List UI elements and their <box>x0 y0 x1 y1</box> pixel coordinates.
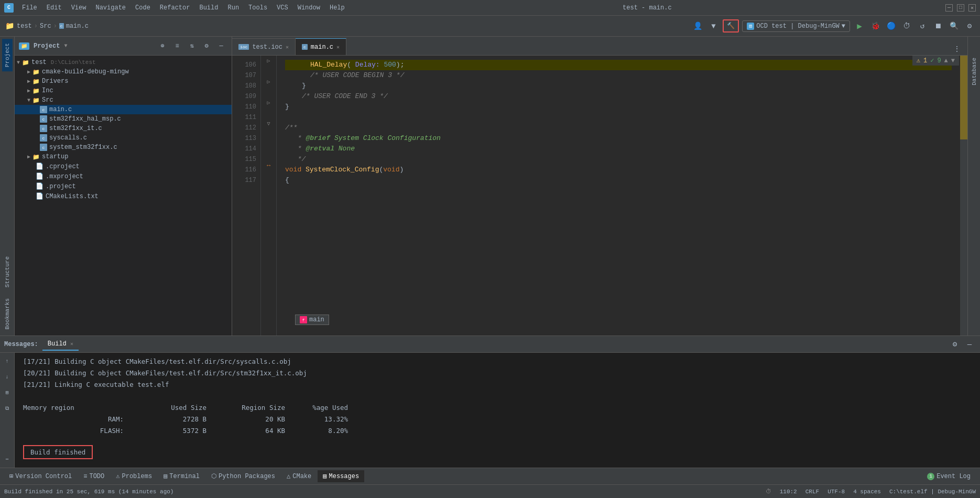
database-label[interactable]: Database <box>971 58 977 85</box>
gutter-111 <box>261 108 276 118</box>
project-dropdown-arrow[interactable]: ▼ <box>64 43 67 49</box>
messages-label: Messages: <box>4 341 38 348</box>
ioc-close[interactable]: ✕ <box>286 44 289 50</box>
tree-root[interactable]: ▼ 📁 test D:\CLion\test <box>15 58 232 67</box>
tree-src[interactable]: ▼ 📁 Src <box>15 95 232 105</box>
warning-collapse-icon[interactable]: ▼ <box>951 57 955 64</box>
dropdown-icon[interactable]: ▼ <box>707 20 720 33</box>
project-icon[interactable]: 📁 <box>4 21 15 31</box>
menu-navigate[interactable]: Navigate <box>91 3 130 13</box>
status-tab-python[interactable]: ⬡ Python Packages <box>206 470 280 482</box>
tree-it[interactable]: c stm32f1xx_it.c <box>15 124 232 133</box>
code-content[interactable]: HAL_Delay( Delay: 500); /* USER CODE BEG… <box>277 56 960 335</box>
sidebar-item-structure[interactable]: Structure <box>2 252 13 291</box>
search-button[interactable]: 🔍 <box>948 20 960 33</box>
code-editor[interactable]: ⚠ 1 ✓ 9 ▲ ▼ 106 107 108 109 110 111 112 … <box>232 56 967 335</box>
debug-button[interactable]: 🐞 <box>869 20 881 33</box>
status-encoding[interactable]: UTF-8 <box>827 489 845 495</box>
tab-options-icon[interactable]: ⋮ <box>951 42 963 55</box>
sidebar-item-bookmarks[interactable]: Bookmarks <box>2 294 13 333</box>
vc-icon: ⊞ <box>9 472 13 480</box>
run-config-selector[interactable]: ⊞ OCD test | Debug-MinGW ▼ <box>742 20 850 32</box>
person-icon[interactable]: 👤 <box>691 20 704 33</box>
breadcrumb-test[interactable]: test <box>17 23 32 30</box>
stop-button[interactable]: ⏹ <box>932 20 944 33</box>
bottom-minimize-icon[interactable]: — <box>963 338 976 351</box>
build-tab[interactable]: Build ✕ <box>42 338 79 351</box>
run-button[interactable]: ▶ <box>853 20 866 33</box>
menu-code[interactable]: Code <box>131 3 155 13</box>
scroll-up-icon[interactable]: ↑ <box>1 355 14 367</box>
menu-vcs[interactable]: VCS <box>273 3 292 13</box>
mem-flash-size: 64 KB <box>206 425 285 437</box>
build-hammer-button[interactable]: 🔨 <box>723 19 739 33</box>
minimap-scrollbar[interactable] <box>960 56 967 335</box>
tree-project[interactable]: 📄 .project <box>15 181 232 191</box>
tree-syscalls[interactable]: c syscalls.c <box>15 133 232 143</box>
status-tab-problems[interactable]: ⚠ Problems <box>111 470 157 482</box>
status-tab-event-log[interactable]: 1 Event Log <box>922 471 976 482</box>
minimize-button[interactable]: — <box>945 4 953 12</box>
menu-window[interactable]: Window <box>293 3 324 13</box>
minimize-panel-icon[interactable]: — <box>215 40 227 52</box>
copy-icon[interactable]: ⧉ <box>1 402 14 415</box>
code-line-106: HAL_Delay( Delay: 500); <box>285 60 952 70</box>
menu-edit[interactable]: Edit <box>42 3 66 13</box>
warning-bar: ⚠ 1 ✓ 9 ▲ ▼ <box>912 56 959 66</box>
refactor-arrow-icon[interactable]: ↔ <box>267 162 270 169</box>
menu-build[interactable]: Build <box>195 3 222 13</box>
more-icon[interactable]: ⋯ <box>1 453 14 465</box>
tree-cproject[interactable]: 📄 .cproject <box>15 161 232 171</box>
menu-run[interactable]: Run <box>223 3 243 13</box>
tree-inc[interactable]: ▶ 📁 Inc <box>15 86 232 95</box>
rerun-button[interactable]: ↺ <box>916 20 929 33</box>
bottom-settings-icon[interactable]: ⚙ <box>949 338 961 351</box>
tree-cmake[interactable]: ▶ 📁 cmake-build-debug-mingw <box>15 67 232 77</box>
build-tab-close[interactable]: ✕ <box>70 341 73 347</box>
breadcrumb-file[interactable]: c main.c <box>59 23 89 30</box>
status-tab-terminal[interactable]: ▤ Terminal <box>158 470 205 482</box>
align-left-icon[interactable]: ⊞ <box>1 386 14 399</box>
inc-folder-icon: 📁 <box>32 88 40 94</box>
main-c-close[interactable]: ✕ <box>336 44 340 50</box>
profile-button[interactable]: ⏱ <box>900 20 913 33</box>
tab-main-c[interactable]: c main.c ✕ <box>296 38 346 55</box>
tree-mxproject[interactable]: 📄 .mxproject <box>15 171 232 181</box>
close-button[interactable]: ✕ <box>968 4 976 12</box>
sidebar-item-project[interactable]: Project <box>2 39 13 71</box>
sort-icon[interactable]: ⇅ <box>186 40 198 52</box>
tree-startup[interactable]: ▶ 📁 startup <box>15 152 232 161</box>
status-tab-cmake[interactable]: △ CMake <box>281 470 317 482</box>
status-indent[interactable]: 4 spaces <box>853 489 881 495</box>
status-tab-todo[interactable]: ≡ TODO <box>78 471 110 482</box>
menu-refactor[interactable]: Refactor <box>156 3 194 13</box>
gear-icon[interactable]: ⚙ <box>200 40 213 52</box>
warning-expand-icon[interactable]: ▲ <box>944 57 948 64</box>
coverage-button[interactable]: 🔵 <box>885 20 897 33</box>
menu-file[interactable]: File <box>18 3 41 13</box>
settings-button[interactable]: ⚙ <box>963 20 976 33</box>
breadcrumb-src[interactable]: Src <box>40 23 51 30</box>
status-tab-messages[interactable]: ▤ Messages <box>318 470 364 482</box>
tree-hal-msp[interactable]: c stm32f1xx_hal_msp.c <box>15 114 232 124</box>
status-position[interactable]: 110:2 <box>780 489 797 495</box>
scroll-down-icon[interactable]: ↓ <box>1 371 14 383</box>
maximize-button[interactable]: □ <box>957 4 964 12</box>
tree-system[interactable]: c system_stm32f1xx.c <box>15 143 232 152</box>
locate-icon[interactable]: ⊕ <box>156 40 169 52</box>
status-tab-version-control[interactable]: ⊞ Version Control <box>4 470 77 482</box>
tab-ioc[interactable]: ioc test.ioc ✕ <box>232 38 296 55</box>
menu-view[interactable]: View <box>67 3 91 13</box>
fold-icon-110[interactable]: ▷ <box>267 100 270 106</box>
menu-tools[interactable]: Tools <box>244 3 271 13</box>
tree-main-c[interactable]: c main.c <box>15 105 232 114</box>
build-output: [17/21] Building C object CMakeFiles/tes… <box>15 353 980 468</box>
collapse-icon[interactable]: ≡ <box>171 40 183 52</box>
fold-icon-108[interactable]: ▷ <box>267 79 270 85</box>
fold-icon-106[interactable]: ▷ <box>267 58 270 64</box>
tree-drivers[interactable]: ▶ 📁 Drivers <box>15 77 232 86</box>
menu-help[interactable]: Help <box>325 3 349 13</box>
status-line-ending[interactable]: CRLF <box>805 489 819 495</box>
fold-icon-112[interactable]: ▽ <box>267 121 270 127</box>
tree-cmakelists[interactable]: 📄 CMakeLists.txt <box>15 191 232 201</box>
